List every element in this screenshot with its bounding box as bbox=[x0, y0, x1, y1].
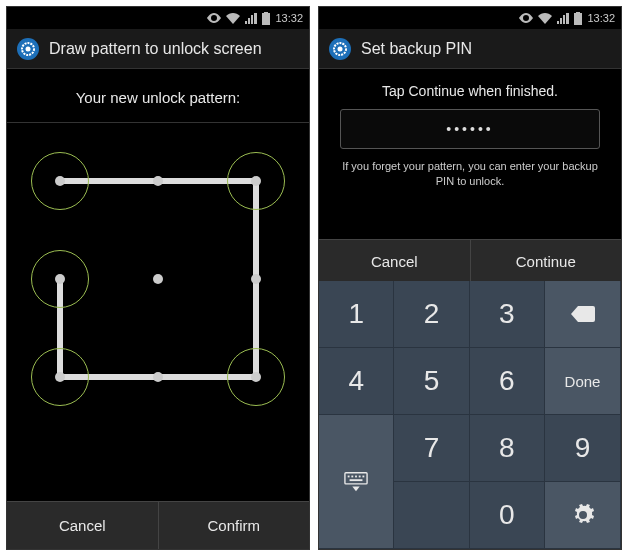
backup-pin-screen: 13:32 Set backup PIN Tap Continue when f… bbox=[318, 6, 622, 550]
pattern-dot[interactable] bbox=[153, 274, 163, 284]
backspace-key[interactable] bbox=[545, 281, 621, 348]
key-3[interactable]: 3 bbox=[470, 281, 545, 348]
settings-icon bbox=[15, 36, 41, 62]
bottom-button-bar: Cancel Confirm bbox=[7, 501, 309, 549]
pattern-dot[interactable] bbox=[251, 176, 261, 186]
svg-rect-9 bbox=[355, 475, 357, 477]
svg-point-5 bbox=[338, 46, 343, 51]
gear-icon bbox=[571, 503, 595, 527]
signal-icon bbox=[557, 13, 569, 24]
instruction-text: Your new unlock pattern: bbox=[66, 69, 251, 122]
pattern-unlock-screen: 13:32 Draw pattern to unlock screen Your… bbox=[6, 6, 310, 550]
key-1[interactable]: 1 bbox=[319, 281, 394, 348]
key-2[interactable]: 2 bbox=[394, 281, 469, 348]
keyboard-hide-key[interactable] bbox=[319, 415, 394, 549]
pattern-dot[interactable] bbox=[55, 274, 65, 284]
page-title: Draw pattern to unlock screen bbox=[49, 40, 262, 58]
battery-icon bbox=[262, 12, 270, 25]
pattern-grid[interactable] bbox=[24, 145, 292, 413]
backspace-icon bbox=[571, 302, 595, 326]
header-bar: Draw pattern to unlock screen bbox=[7, 29, 309, 69]
battery-icon bbox=[574, 12, 582, 25]
done-key[interactable]: Done bbox=[545, 348, 621, 415]
pin-input[interactable]: •••••• bbox=[340, 109, 600, 149]
svg-point-2 bbox=[26, 46, 31, 51]
subtitle-text: Tap Continue when finished. bbox=[372, 69, 568, 109]
page-title: Set backup PIN bbox=[361, 40, 472, 58]
key-5[interactable]: 5 bbox=[394, 348, 469, 415]
key-8[interactable]: 8 bbox=[470, 415, 545, 482]
status-bar: 13:32 bbox=[319, 7, 621, 29]
status-time: 13:32 bbox=[587, 12, 615, 24]
divider bbox=[7, 122, 309, 123]
key-6[interactable]: 6 bbox=[470, 348, 545, 415]
svg-rect-12 bbox=[350, 479, 363, 481]
header-bar: Set backup PIN bbox=[319, 29, 621, 69]
pattern-dot[interactable] bbox=[55, 176, 65, 186]
mid-button-bar: Cancel Continue bbox=[319, 239, 621, 283]
pattern-dot[interactable] bbox=[153, 176, 163, 186]
cancel-button[interactable]: Cancel bbox=[7, 502, 159, 549]
svg-rect-8 bbox=[352, 475, 354, 477]
hint-text: If you forget your pattern, you can ente… bbox=[319, 149, 621, 200]
cancel-button[interactable]: Cancel bbox=[319, 240, 471, 282]
wifi-icon bbox=[538, 13, 552, 24]
numeric-keypad: 1 2 3 4 5 6 Done 7 8 9 0 bbox=[319, 281, 621, 549]
svg-rect-10 bbox=[359, 475, 361, 477]
pattern-dot[interactable] bbox=[251, 274, 261, 284]
key-blank bbox=[394, 482, 469, 549]
confirm-button[interactable]: Confirm bbox=[159, 502, 310, 549]
status-time: 13:32 bbox=[275, 12, 303, 24]
key-7[interactable]: 7 bbox=[394, 415, 469, 482]
svg-rect-6 bbox=[345, 472, 367, 483]
signal-icon bbox=[245, 13, 257, 24]
content-area: Tap Continue when finished. •••••• If yo… bbox=[319, 69, 621, 200]
key-4[interactable]: 4 bbox=[319, 348, 394, 415]
key-0[interactable]: 0 bbox=[470, 482, 545, 549]
settings-key[interactable] bbox=[545, 482, 621, 549]
pattern-dot[interactable] bbox=[153, 372, 163, 382]
content-area: Your new unlock pattern: bbox=[7, 69, 309, 413]
settings-icon bbox=[327, 36, 353, 62]
svg-rect-7 bbox=[348, 475, 350, 477]
keyboard-hide-icon bbox=[344, 470, 368, 494]
pattern-dot[interactable] bbox=[55, 372, 65, 382]
eye-icon bbox=[207, 13, 221, 23]
continue-button[interactable]: Continue bbox=[471, 240, 622, 282]
pattern-dot[interactable] bbox=[251, 372, 261, 382]
key-9[interactable]: 9 bbox=[545, 415, 621, 482]
status-bar: 13:32 bbox=[7, 7, 309, 29]
wifi-icon bbox=[226, 13, 240, 24]
eye-icon bbox=[519, 13, 533, 23]
svg-rect-11 bbox=[363, 475, 365, 477]
